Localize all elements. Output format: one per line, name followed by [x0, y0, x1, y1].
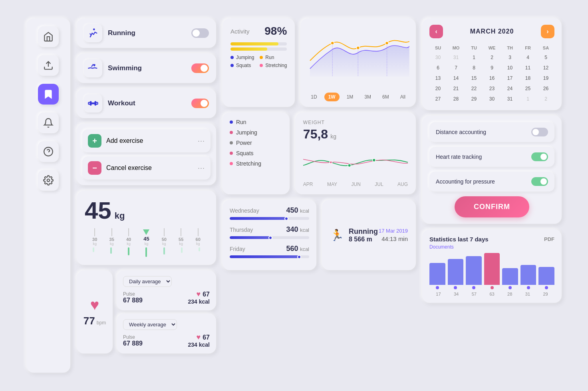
cal-day[interactable]: 20: [429, 84, 447, 93]
chart-legend-card: Run Jumping Power Squats Stretching: [222, 113, 290, 194]
cal-day[interactable]: 27: [429, 94, 447, 104]
run-distance: 8 566 m: [349, 236, 378, 243]
tab-1w[interactable]: 1W: [324, 93, 340, 101]
cal-day[interactable]: 7: [447, 63, 465, 73]
sidebar-settings[interactable]: [38, 170, 59, 191]
sidebar-bell[interactable]: [38, 113, 59, 133]
cal-day[interactable]: 2: [483, 53, 501, 62]
bar-col-34: [448, 259, 464, 289]
cal-day[interactable]: 14: [447, 73, 465, 83]
daily-avg-card: Daily average Pulse 67 889 ♥ 67 234 kcal: [117, 271, 216, 310]
distance-accounting-toggle[interactable]: [531, 128, 548, 136]
pressure-accounting-toggle[interactable]: [531, 177, 548, 186]
sidebar-bookmark[interactable]: [38, 84, 59, 105]
cal-day[interactable]: 6: [429, 63, 447, 73]
cal-friday: Friday 560 kcal: [230, 245, 309, 258]
workout-icon-wrap: [84, 94, 102, 113]
cal-day[interactable]: 12: [537, 63, 554, 73]
cal-day[interactable]: 19: [537, 73, 554, 83]
cancel-exercise-btn[interactable]: − Cancel exercise ···: [82, 156, 211, 180]
legend-squats2: Squats: [230, 150, 282, 156]
tab-1d[interactable]: 1D: [307, 93, 321, 101]
weekly-kcal: 234 kcal: [188, 342, 210, 348]
weight-chart-value: 75,8: [303, 127, 328, 142]
run-activity-icon: 🏃: [330, 229, 344, 242]
weekly-avg-select[interactable]: Weekly average: [123, 319, 177, 330]
cancel-dots[interactable]: ···: [198, 164, 205, 172]
swimming-toggle[interactable]: [191, 63, 209, 73]
svg-point-17: [372, 159, 375, 162]
cal-prev-btn[interactable]: ‹: [429, 25, 443, 38]
cal-day[interactable]: 28: [447, 94, 465, 104]
line-chart-svg: [307, 24, 409, 88]
add-exercise-btn[interactable]: + Add exercise ···: [82, 129, 211, 152]
cal-day[interactable]: 10: [501, 63, 518, 73]
cal-day[interactable]: 22: [465, 84, 483, 93]
col4: ‹ MARCH 2020 › SU MO TU WE TH FR SA 30 3…: [422, 18, 562, 353]
heart-rate-tracking-row: Heart rate tracking: [429, 147, 554, 167]
weight-value: 45: [85, 199, 111, 223]
bar-labels: 17 34 57 63 28 31 29: [429, 292, 554, 296]
bar-col-57: [466, 256, 482, 289]
sidebar-home[interactable]: [38, 26, 59, 47]
cal-day[interactable]: 31: [447, 53, 465, 62]
daily-kcal: 234 kcal: [188, 298, 210, 305]
weight-chart-card: WEIGHT 75,8 kg APRMAYJUNJULAUG: [295, 113, 416, 194]
tab-6m[interactable]: 6M: [378, 93, 393, 101]
activity-title: Activity: [230, 28, 250, 35]
calendar-month: MARCH 2020: [470, 28, 514, 35]
workout-toggle[interactable]: [191, 99, 209, 108]
cal-day[interactable]: 30: [429, 53, 447, 62]
cal-day[interactable]: 2: [537, 94, 554, 104]
tab-1m[interactable]: 1M: [343, 93, 358, 101]
workout-card: Workout: [77, 89, 216, 118]
cal-day[interactable]: 11: [519, 63, 536, 73]
heart-rate-tracking-toggle[interactable]: [531, 152, 548, 161]
swimming-card: Swimming: [77, 53, 216, 83]
running-toggle[interactable]: [191, 28, 209, 38]
legend-stretching2: Stretching: [230, 160, 282, 167]
settings-card: Distance accounting Heart rate tracking …: [422, 116, 562, 224]
stats7-pdf[interactable]: PDF: [544, 236, 554, 242]
weight-unit: kg: [115, 211, 125, 221]
cal-day[interactable]: 13: [429, 73, 447, 83]
cal-wednesday: Wednesday 450 kcal: [230, 206, 309, 220]
cal-day[interactable]: 31: [501, 94, 518, 104]
cal-day[interactable]: 18: [519, 73, 536, 83]
sidebar-help[interactable]: [38, 141, 59, 162]
cal-day[interactable]: 15: [465, 73, 483, 83]
cal-thursday: Thursday 340 kcal: [230, 225, 309, 239]
cal-day[interactable]: 16: [483, 73, 501, 83]
weekly-calories-val: 67 889: [123, 340, 143, 347]
cal-next-btn[interactable]: ›: [541, 25, 554, 38]
stats7-docs[interactable]: Documents: [429, 244, 554, 250]
pressure-accounting-row: Accounting for pressure: [429, 172, 554, 192]
cal-day[interactable]: 26: [537, 84, 554, 93]
cal-day[interactable]: 9: [483, 63, 501, 73]
tab-3m[interactable]: 3M: [360, 93, 375, 101]
activity-card: Activity 98% Jumping Run: [222, 18, 295, 107]
add-icon: +: [88, 134, 101, 148]
cal-day[interactable]: 21: [447, 84, 465, 93]
add-label: Add exercise: [106, 137, 143, 144]
confirm-button[interactable]: CONFIRM: [455, 196, 529, 217]
cal-day[interactable]: 5: [537, 53, 554, 62]
legend-jumping2: Jumping: [230, 129, 282, 136]
cal-day[interactable]: 4: [519, 53, 536, 62]
add-dots[interactable]: ···: [198, 137, 205, 145]
cal-day[interactable]: 1: [519, 94, 536, 104]
cal-day[interactable]: 30: [483, 94, 501, 104]
cal-day[interactable]: 1: [465, 53, 483, 62]
cal-day[interactable]: 24: [501, 84, 518, 93]
sidebar-upload[interactable]: [38, 55, 59, 76]
daily-avg-select[interactable]: Daily average: [123, 276, 172, 287]
cal-day[interactable]: 8: [465, 63, 483, 73]
tab-all[interactable]: All: [396, 93, 409, 101]
cal-day[interactable]: 3: [501, 53, 518, 62]
legend-squats: Squats: [230, 63, 254, 68]
cal-day[interactable]: 23: [483, 84, 501, 93]
cal-day[interactable]: 29: [465, 94, 483, 104]
cal-day[interactable]: 25: [519, 84, 536, 93]
run-activity-label: Running: [349, 227, 378, 236]
cal-day[interactable]: 17: [501, 73, 518, 83]
